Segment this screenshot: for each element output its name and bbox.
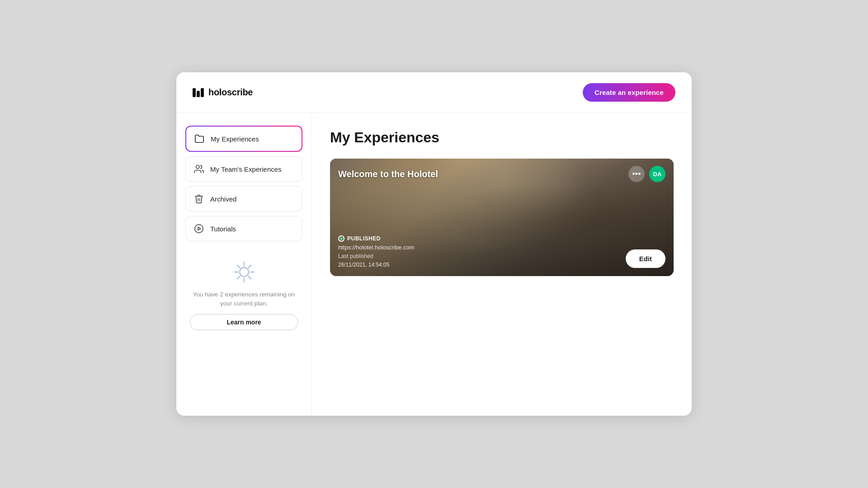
published-dot-icon (338, 235, 344, 242)
main-layout: My Experiences My Team's Experiences (176, 113, 692, 416)
svg-point-1 (195, 225, 203, 233)
sidebar-item-archived[interactable]: Archived (185, 186, 302, 211)
card-info: PUBLISHED https://holotel.holoscribe.com… (338, 235, 414, 268)
svg-line-8 (237, 265, 240, 268)
sidebar-item-label: My Team's Experiences (210, 165, 282, 173)
play-icon (194, 224, 204, 234)
more-options-button[interactable]: ••• (628, 166, 645, 182)
svg-line-9 (248, 277, 251, 279)
svg-point-3 (240, 267, 249, 277)
header: holoscribe Create an experience (176, 72, 692, 113)
card-top-row: Welcome to the Holotel ••• DA (330, 166, 674, 182)
sidebar-item-tutorials[interactable]: Tutorials (185, 216, 302, 241)
team-icon (194, 164, 204, 174)
more-dots-icon: ••• (632, 169, 641, 179)
published-status: PUBLISHED (347, 235, 381, 242)
svg-line-10 (248, 265, 251, 268)
sidebar-item-label: Tutorials (210, 225, 236, 233)
content-area: My Experiences Welcome to the Holotel ••… (312, 113, 692, 416)
folder-icon (194, 134, 204, 144)
sidebar-item-team-experiences[interactable]: My Team's Experiences (185, 156, 302, 182)
create-experience-button[interactable]: Create an experience (583, 83, 675, 102)
experience-card: Welcome to the Holotel ••• DA PUBLISHED (330, 159, 674, 276)
card-url: https://holotel.holoscribe.com (338, 244, 414, 251)
last-published-label: Last published (338, 253, 414, 259)
plan-info-text: You have 2 experiences remaining on your… (190, 290, 298, 309)
svg-marker-2 (198, 227, 201, 230)
plan-info: You have 2 experiences remaining on your… (185, 255, 302, 335)
logo: holoscribe (193, 87, 253, 98)
svg-line-11 (237, 277, 240, 279)
sidebar-item-label: Archived (210, 195, 236, 203)
card-bottom-row: PUBLISHED https://holotel.holoscribe.com… (338, 235, 665, 268)
app-window: holoscribe Create an experience My Exper… (176, 72, 692, 416)
edit-button[interactable]: Edit (626, 249, 665, 268)
page-title: My Experiences (330, 129, 674, 146)
sidebar: My Experiences My Team's Experiences (176, 113, 312, 416)
published-badge: PUBLISHED (338, 235, 414, 242)
sidebar-item-my-experiences[interactable]: My Experiences (185, 126, 302, 152)
plan-icon (231, 259, 257, 285)
learn-more-button[interactable]: Learn more (190, 314, 298, 330)
logo-text: holoscribe (208, 87, 253, 98)
svg-point-0 (196, 165, 199, 169)
card-title: Welcome to the Holotel (338, 169, 438, 179)
logo-icon (193, 88, 204, 97)
card-top-actions: ••• DA (628, 166, 665, 182)
trash-icon (194, 194, 204, 204)
avatar: DA (649, 166, 665, 182)
sidebar-item-label: My Experiences (211, 135, 259, 143)
last-published-date: 26/11/2021, 14:54:05 (338, 262, 414, 268)
